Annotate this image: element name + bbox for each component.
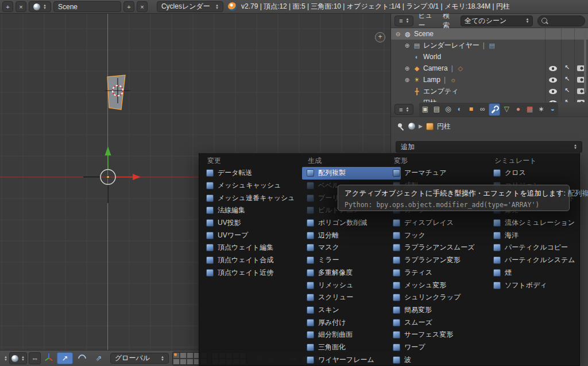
expand-toggle-icon[interactable]: ⊕ (404, 42, 411, 49)
region-expand-button[interactable]: + (375, 32, 385, 42)
render-engine-select[interactable]: Cyclesレンダー ▲▼ (157, 1, 223, 12)
outliner-scope-select[interactable]: 全てのシーン ▲▼ (461, 15, 533, 26)
menu-item-decimate[interactable]: ポリゴン数削減 (302, 217, 401, 229)
outliner-scrollbar[interactable] (584, 30, 586, 93)
menu-item-mirror[interactable]: ミラー (302, 254, 401, 267)
layout-add-button[interactable]: + (2, 1, 13, 12)
menu-item-hook[interactable]: フック (388, 229, 487, 242)
outliner-row-scene[interactable]: ⊖◍Scene (391, 28, 588, 40)
menu-item-uv-project[interactable]: UV投影 (202, 217, 300, 229)
scale-manipulator-button[interactable]: ⇗ (91, 353, 106, 364)
menu-item-mesh-cache[interactable]: メッシュキャッシュ (202, 180, 300, 192)
orientation-select[interactable]: グローバル ▲▼ (110, 353, 169, 364)
menu-item-displace[interactable]: ディスプレイス (388, 217, 487, 229)
menu-item-particle-instance[interactable]: パーティクルコピー (489, 242, 587, 254)
rotate-manipulator-button[interactable] (75, 353, 90, 364)
mode-select[interactable]: ▲▼ (9, 352, 27, 364)
menu-item-screw[interactable]: スクリュー (302, 291, 401, 304)
menu-item-laplacian-smooth[interactable]: ラプラシアンスムーズ (388, 242, 487, 254)
menu-item-surface-deform[interactable]: サーフェス変形 (388, 329, 487, 341)
menu-item-cloth[interactable]: クロス (489, 167, 587, 180)
menu-item-array[interactable]: 配列複製 (302, 167, 401, 180)
tab-constraints[interactable]: ∞ (477, 103, 488, 115)
visibility-eye-icon[interactable] (549, 66, 557, 71)
tab-physics[interactable]: ◒ (547, 103, 558, 115)
menu-item-laplacian-deform[interactable]: ラプラシアン変形 (388, 254, 487, 267)
tab-texture[interactable]: ▦ (524, 103, 535, 115)
menu-item-soft-body[interactable]: ソフトボディ (489, 279, 587, 291)
menu-item-ocean[interactable]: 海洋 (489, 229, 587, 242)
outliner-row-empty[interactable]: ╋エンプティ↖ (391, 85, 588, 97)
layer-cell[interactable] (187, 352, 194, 359)
visibility-eye-icon[interactable] (549, 89, 557, 94)
tab-world[interactable]: ◐ (454, 103, 465, 115)
menu-item-triangulate[interactable]: 三角面化 (302, 341, 401, 354)
tab-scene[interactable]: ◎ (443, 103, 453, 115)
expand-toggle-icon[interactable]: ⊖ (394, 31, 401, 37)
menu-item-particle-system[interactable]: パーティクルシステム (489, 254, 587, 267)
layer-cell[interactable] (180, 352, 187, 359)
menu-item-wave[interactable]: 波 (388, 353, 487, 366)
menu-item-wireframe[interactable]: ワイヤーフレーム (302, 353, 401, 366)
menu-item-multiresolution[interactable]: 多重解像度 (302, 267, 401, 279)
layer-cell[interactable] (187, 359, 194, 365)
x-axis-handle[interactable] (133, 174, 141, 180)
menu-item-fluid-simulation[interactable]: 流体シミュレーション (489, 217, 587, 229)
add-modifier-button[interactable]: 追加 ▲▼ (396, 141, 582, 153)
expand-toggle-icon[interactable]: ⊕ (404, 77, 411, 83)
tab-object[interactable]: ■ (466, 103, 476, 115)
menu-item-armature[interactable]: アーマチュア (388, 167, 487, 180)
outliner-search-input[interactable] (537, 15, 585, 26)
menu-item-subdivision-surface[interactable]: 細分割曲面 (302, 329, 401, 341)
outliner-row-cylinder[interactable]: ▭円柱↖ (391, 97, 588, 102)
manipulator-axis-button[interactable] (42, 353, 55, 364)
menu-item-edge-split[interactable]: 辺分離 (302, 229, 401, 242)
menu-item-warp[interactable]: ワープ (388, 341, 487, 354)
tab-particles[interactable]: ∗ (536, 103, 546, 115)
selectability-cursor-icon[interactable]: ↖ (564, 98, 570, 102)
menu-item-remesh[interactable]: リメッシュ (302, 279, 401, 291)
menu-item-skin[interactable]: スキン (302, 304, 401, 317)
tab-object-data[interactable]: ▽ (501, 103, 512, 115)
outliner-row-lamp[interactable]: ⊕☀Lamp|☼↖ (391, 74, 588, 85)
visibility-eye-icon[interactable] (549, 77, 557, 83)
menu-item-mesh-deform[interactable]: メッシュ変形 (388, 279, 487, 291)
selectability-cursor-icon[interactable]: ↖ (564, 64, 570, 71)
layer-cell[interactable] (173, 359, 180, 365)
expand-toggle-icon[interactable]: ⊕ (404, 65, 411, 72)
editor-type-button[interactable]: ≡ ▲▼ (394, 15, 413, 26)
translate-manipulator[interactable] (83, 146, 141, 203)
menu-item-data-transfer[interactable]: データ転送 (202, 167, 300, 180)
scene-name-field[interactable]: Scene (53, 1, 121, 12)
menu-item-solidify[interactable]: 厚み付け (302, 316, 401, 329)
menu-item-vertex-weight-mix[interactable]: 頂点ウェイト合成 (202, 254, 300, 267)
menu-item-normal-edit[interactable]: 法線編集 (202, 204, 300, 217)
menu-item-simple-deform[interactable]: 簡易変形 (388, 304, 487, 317)
outliner-row-render-layers[interactable]: ⊕▤レンダーレイヤー|▤ (391, 40, 588, 51)
scene-add-button[interactable]: + (123, 1, 134, 12)
menu-item-uv-warp[interactable]: UVワープ (202, 229, 300, 242)
editor-type-stepper-icon[interactable]: ▲▼ (4, 356, 7, 361)
scene-delete-button[interactable]: × (137, 1, 148, 12)
translate-manipulator-button[interactable]: ↗ (57, 352, 73, 364)
outliner-row-world[interactable]: ◐World (391, 51, 588, 63)
editor-type-button[interactable]: ≡ ▲▼ (394, 104, 413, 115)
menu-item-vertex-weight-proximity[interactable]: 頂点ウェイト近傍 (202, 267, 300, 279)
pin-icon[interactable] (397, 122, 405, 130)
layout-delete-button[interactable]: × (16, 1, 26, 12)
menu-item-shrinkwrap[interactable]: シュリンクラップ (388, 291, 487, 304)
tab-render[interactable]: ▣ (420, 103, 430, 115)
menu-item-lattice[interactable]: ラティス (388, 267, 487, 279)
manipulator-toggle-button[interactable]: ⇔ (29, 352, 41, 364)
layer-cell[interactable] (180, 359, 187, 365)
menu-item-vertex-weight-edit[interactable]: 頂点ウェイト編集 (202, 242, 300, 254)
tab-modifiers[interactable] (489, 103, 500, 116)
scene-browse-button[interactable]: ▲▼ (29, 1, 51, 12)
selectability-cursor-icon[interactable]: ↖ (564, 87, 570, 94)
tab-render-layers[interactable]: ▤ (431, 103, 442, 115)
menu-item-smoke[interactable]: 煙 (489, 267, 587, 279)
outliner-row-camera[interactable]: ⊕◆Camera|◇↖ (391, 63, 588, 74)
y-axis-handle[interactable] (105, 146, 111, 155)
menu-item-mesh-sequence-cache[interactable]: メッシュ連番キャッシュ (202, 192, 300, 204)
layer-cell[interactable] (173, 352, 180, 359)
